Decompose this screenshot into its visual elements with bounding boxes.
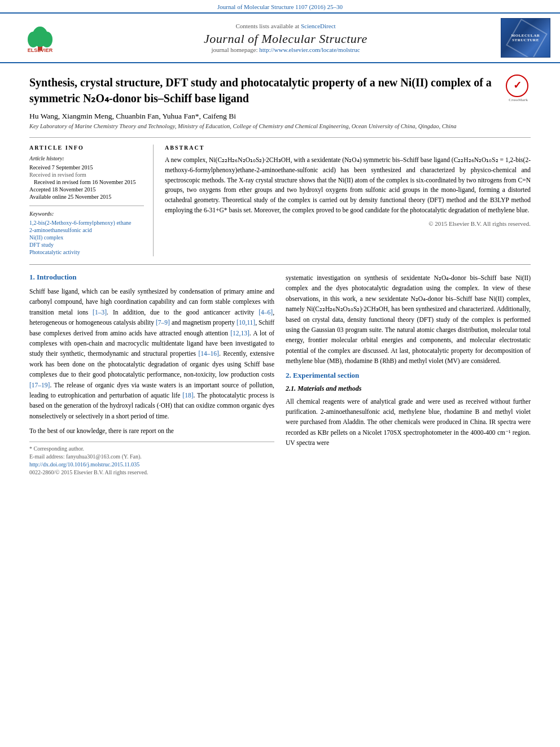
abstract-heading: ABSTRACT bbox=[165, 145, 531, 151]
keyword-2: 2-aminoethanesulfonic acid bbox=[29, 227, 144, 233]
body-right-col: systematic investigation on synthesis of… bbox=[286, 273, 531, 475]
ref-14-16: [14–16] bbox=[198, 350, 218, 357]
footer-area: * Corresponding author. E-mail address: … bbox=[29, 442, 274, 475]
journal-url[interactable]: http://www.elsevier.com/locate/molstruc bbox=[259, 46, 360, 53]
ref-7-9: [7–9] bbox=[156, 319, 170, 326]
svg-point-3 bbox=[41, 32, 53, 47]
journal-header-right: MOLECULAR STRUCTURE bbox=[500, 18, 551, 58]
received-date: Received 7 September 2015 bbox=[29, 164, 144, 171]
ref-4-6: [4–6] bbox=[259, 309, 273, 316]
authors: Hu Wang, Xiangmin Meng, Chuanbin Fan, Yu… bbox=[29, 112, 531, 121]
keyword-4: DFT study bbox=[29, 242, 144, 248]
ref-12-13: [12,13] bbox=[230, 330, 250, 337]
intro-heading: 1. Introduction bbox=[29, 273, 274, 282]
elsevier-area: ELSEVIER bbox=[12, 23, 68, 54]
journal-title: Journal of Molecular Structure bbox=[78, 32, 493, 46]
keyword-3: Ni(II) complex bbox=[29, 234, 144, 241]
body-content: 1. Introduction Schiff base ligand, whic… bbox=[29, 273, 531, 475]
journal-homepage: journal homepage: http://www.elsevier.co… bbox=[78, 46, 493, 53]
intro-para-2: To the best of our knowledge, there is r… bbox=[29, 426, 274, 436]
keyword-1: 1,2-bis(2-Methoxy-6-formylphenoxy) ethan… bbox=[29, 220, 144, 226]
journal-header-left: ELSEVIER bbox=[9, 23, 71, 54]
experimental-heading: 2. Experimental section bbox=[286, 371, 531, 380]
intro-para-1: Schiff base ligand, which can be easily … bbox=[29, 286, 274, 421]
accepted-date: Accepted 18 November 2015 bbox=[29, 186, 144, 193]
available-date: Available online 25 November 2015 bbox=[29, 194, 144, 200]
right-intro-para-1: systematic investigation on synthesis of… bbox=[286, 273, 531, 366]
contents-text: Contents lists available at ScienceDirec… bbox=[78, 23, 493, 29]
revised-label: Received in revised form bbox=[29, 172, 144, 178]
svg-text:ELSEVIER: ELSEVIER bbox=[28, 47, 53, 53]
revised-date: Received in revised form 16 November 201… bbox=[34, 179, 144, 185]
ref-18: [18] bbox=[182, 392, 193, 399]
keywords-section: Keywords: 1,2-bis(2-Methoxy-6-formylphen… bbox=[29, 206, 144, 255]
keyword-5: Photocatalytic activity bbox=[29, 249, 144, 255]
footer-copyright: 0022-2860/© 2015 Elsevier B.V. All right… bbox=[29, 469, 274, 475]
sciencedirect-link[interactable]: ScienceDirect bbox=[301, 23, 336, 29]
journal-header: ELSEVIER Contents lists available at Sci… bbox=[0, 12, 560, 63]
body-left-col: 1. Introduction Schiff base ligand, whic… bbox=[29, 273, 274, 475]
materials-methods-heading: 2.1. Materials and methods bbox=[286, 385, 531, 393]
copyright: © 2015 Elsevier B.V. All rights reserved… bbox=[165, 220, 531, 227]
crossmark-icon: ✓ bbox=[506, 75, 528, 97]
doi-link[interactable]: http://dx.doi.org/10.1016/j.molstruc.201… bbox=[29, 461, 274, 468]
affiliation: Key Laboratory of Marine Chemistry Theor… bbox=[29, 123, 531, 129]
experimental-para: All chemical reagents were of analytical… bbox=[286, 396, 531, 448]
article-info-abstract: ARTICLE INFO Article history: Received 7… bbox=[29, 137, 531, 256]
ref-10-11: [10,11] bbox=[237, 319, 255, 326]
author-email[interactable]: fanyuhua301@163.com bbox=[66, 453, 120, 460]
elsevier-logo-svg: ELSEVIER bbox=[12, 23, 68, 54]
journal-header-center: Contents lists available at ScienceDirec… bbox=[78, 23, 493, 53]
mol-struct-label: MOLECULAR STRUCTURE bbox=[501, 33, 550, 42]
crossmark-label: CrossMark bbox=[506, 98, 531, 103]
svg-point-2 bbox=[28, 32, 39, 47]
abstract-text: A new complex, Ni(C₂₂H₂₆N₂O₁₀S₂)·2CH₃OH,… bbox=[165, 155, 531, 216]
article-info-heading: ARTICLE INFO bbox=[29, 145, 144, 151]
ref-17-19: [17–19] bbox=[29, 382, 50, 388]
molecular-structure-box: MOLECULAR STRUCTURE bbox=[501, 18, 550, 58]
keywords-label: Keywords: bbox=[29, 211, 144, 217]
abstract-col: ABSTRACT A new complex, Ni(C₂₂H₂₆N₂O₁₀S₂… bbox=[165, 145, 531, 256]
ref-1-3: [1–3] bbox=[93, 309, 107, 316]
article-content: Synthesis, crystal structure, DFT study … bbox=[0, 63, 560, 487]
journal-top-bar: Journal of Molecular Structure 1107 (201… bbox=[0, 0, 560, 12]
crossmark: ✓ CrossMark bbox=[506, 75, 531, 99]
email-note: E-mail address: fanyuhua301@163.com (Y. … bbox=[29, 453, 274, 460]
corresponding-note: * Corresponding author. bbox=[29, 445, 274, 452]
history-label: Article history: bbox=[29, 155, 144, 161]
article-title: Synthesis, crystal structure, DFT study … bbox=[29, 75, 531, 106]
article-info-col: ARTICLE INFO Article history: Received 7… bbox=[29, 145, 154, 256]
divider bbox=[29, 264, 531, 265]
